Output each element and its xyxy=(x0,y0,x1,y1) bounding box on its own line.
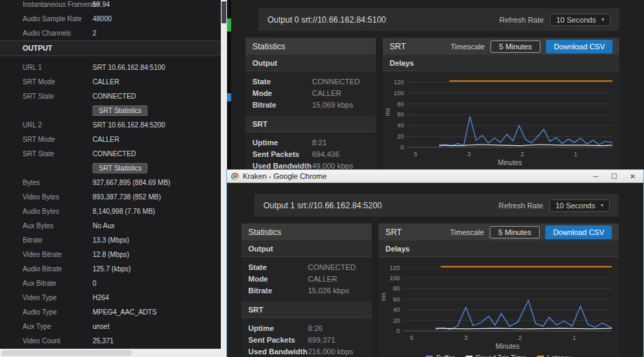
legend-item[interactable]: Latency xyxy=(537,354,571,357)
stat-label: Bytes xyxy=(23,179,93,186)
srt-statistics-button[interactable]: SRT Statistics xyxy=(93,163,147,173)
stat-row: Sent Packets699,371 xyxy=(241,334,372,345)
close-button[interactable]: ✕ xyxy=(628,170,637,183)
svg-text:Minutes: Minutes xyxy=(495,343,519,350)
stat-label: SRT State xyxy=(23,93,93,100)
srt-panel-controls: Timescale 5 Minutes Download CSV xyxy=(450,225,612,239)
stat-row: ModeCALLER xyxy=(241,273,372,284)
timescale-label: Timescale xyxy=(451,42,485,51)
minimize-button[interactable]: ─ xyxy=(591,170,600,183)
srt-panel-header: SRT Timescale 5 Minutes Download CSV xyxy=(383,38,619,55)
stat-value: 699,371 xyxy=(308,336,335,344)
stat-row: Bytes927,667,895 (884.69 MB) xyxy=(0,175,221,190)
stat-row: Instantaneous Framerate59.94 xyxy=(0,0,221,12)
horizontal-scrollbar[interactable] xyxy=(0,349,227,357)
svg-text:120: 120 xyxy=(390,264,400,271)
timescale-button[interactable]: 5 Minutes xyxy=(490,40,541,53)
stat-value: 0 xyxy=(93,280,97,287)
output0-window: Output 0 srt://10.66.162.84:5100 Refresh… xyxy=(231,0,644,169)
pre-output-rows: Instantaneous Framerate59.94Audio Sample… xyxy=(0,0,221,40)
stat-label: Video Bitrate xyxy=(23,251,93,258)
stat-label: Instantaneous Framerate xyxy=(23,1,93,8)
chrome-icon xyxy=(231,173,239,180)
stat-value: 8,140,998 (7.76 MB) xyxy=(93,208,155,215)
stat-value: 2 xyxy=(93,29,97,37)
stat-row: Bitrate15,026 kbps xyxy=(241,284,372,296)
svg-text:60: 60 xyxy=(393,296,400,303)
timescale-button[interactable]: 5 Minutes xyxy=(490,226,540,238)
vertical-scrollbar-thumb[interactable] xyxy=(222,1,226,23)
statistics-panel: Statistics Output StateCONNECTEDModeCALL… xyxy=(241,223,372,357)
stat-row: Aux Bitrate0 xyxy=(0,276,221,291)
chart-legend: BufferRound Trip TimeLatency xyxy=(379,354,619,357)
svg-text:5: 5 xyxy=(414,151,417,158)
horizontal-scrollbar-thumb[interactable] xyxy=(1,350,132,356)
stat-value: unset xyxy=(93,323,109,330)
refresh-rate-label: Refresh Rate xyxy=(499,201,543,210)
stat-label: Audio Sample Rate xyxy=(23,15,93,23)
legend-item[interactable]: Buffer xyxy=(426,354,455,357)
stat-label: Aux Bitrate xyxy=(23,280,93,287)
output1-title: Output 1 srt://10.66.162.84:5200 xyxy=(263,201,382,210)
stat-label: Bitrate xyxy=(252,101,312,109)
stat-row: Uptime8:26 xyxy=(241,322,372,334)
output0-columns: Statistics Output StateCONNECTEDModeCALL… xyxy=(246,38,619,169)
stat-row: Uptime8:21 xyxy=(246,136,376,148)
stat-label: Video Bytes xyxy=(23,193,93,201)
stat-row: StateCONNECTED xyxy=(241,261,372,273)
svg-text:20: 20 xyxy=(397,133,404,140)
svg-text:2: 2 xyxy=(518,334,522,341)
svg-text:60: 60 xyxy=(397,111,404,118)
output1-window: Output 1 srt://10.66.162.84:5200 Refresh… xyxy=(227,183,643,357)
legend-label: Round Trip Time xyxy=(476,354,526,357)
srt-chart-panel: SRT Timescale 5 Minutes Download CSV Del… xyxy=(379,223,619,357)
svg-text:120: 120 xyxy=(394,79,404,86)
srt-group-header: SRT xyxy=(246,116,376,132)
srt-group-rows: Uptime8:26Sent Packets699,371Used Bandwi… xyxy=(241,318,372,357)
download-csv-button[interactable]: Download CSV xyxy=(546,40,612,53)
svg-text:1: 1 xyxy=(573,334,576,341)
stat-value: MPEG4_AAC_ADTS xyxy=(93,308,156,316)
refresh-rate-select[interactable]: 10 Seconds ▾ xyxy=(549,199,610,212)
statistics-panel-title: Statistics xyxy=(241,223,372,241)
stat-row: Video Count25,371 xyxy=(0,334,221,348)
legend-item[interactable]: Round Trip Time xyxy=(466,354,526,357)
stat-value: No Aux xyxy=(93,222,115,230)
srt-panel-header: SRT Timescale 5 Minutes Download CSV xyxy=(379,223,619,241)
kraken-chrome-window: Kraken - Google Chrome ─ ☐ ✕ Output 1 sr… xyxy=(226,169,644,357)
stat-value: 15,069 kbps xyxy=(312,101,353,109)
stat-label: Audio Type xyxy=(23,308,93,316)
stat-value: 927,667,895 (884.69 MB) xyxy=(93,179,170,186)
output-group-header: Output xyxy=(246,55,376,71)
svg-text:Minutes: Minutes xyxy=(498,159,522,167)
output-section-header: OUTPUT xyxy=(0,40,221,56)
stat-row: Video Bitrate12.8 (Mbps) xyxy=(0,247,221,262)
srt-statistics-button[interactable]: SRT Statistics xyxy=(93,106,147,116)
stat-label: Uptime xyxy=(252,138,312,147)
output0-title: Output 0 srt://10.66.162.84:5100 xyxy=(267,15,386,25)
refresh-rate-select[interactable]: 10 Seconds ▾ xyxy=(550,14,610,26)
maximize-button[interactable]: ☐ xyxy=(610,170,619,183)
svg-text:3: 3 xyxy=(464,334,468,341)
output1-header: Output 1 srt://10.66.162.84:5200 Refresh… xyxy=(254,194,619,217)
stat-value: 13.3 (Mbps) xyxy=(93,236,129,244)
srt-panel-title: SRT xyxy=(390,42,406,51)
stream-output-stats-panel: Instantaneous Framerate59.94Audio Sample… xyxy=(0,0,227,357)
statistics-panel: Statistics Output StateCONNECTEDModeCALL… xyxy=(246,38,376,169)
svg-text:2: 2 xyxy=(521,151,524,158)
stat-row: Audio Bitrate125.7 (kbps) xyxy=(0,262,221,276)
refresh-rate-control: Refresh Rate 10 Seconds ▾ xyxy=(499,14,610,26)
output-group-rows: StateCONNECTEDModeCALLERBitrate15,069 kb… xyxy=(246,71,376,113)
stats-list: Instantaneous Framerate59.94Audio Sample… xyxy=(0,0,221,349)
delays-header: Delays xyxy=(383,55,619,71)
download-csv-button[interactable]: Download CSV xyxy=(545,225,612,239)
stat-label: Mode xyxy=(248,275,308,283)
chrome-titlebar[interactable]: Kraken - Google Chrome ─ ☐ ✕ xyxy=(227,170,643,183)
stat-label: Video Type xyxy=(23,294,93,301)
output0-header: Output 0 srt://10.66.162.84:5100 Refresh… xyxy=(259,8,619,31)
svg-text:80: 80 xyxy=(393,285,400,292)
stat-value: CONNECTED xyxy=(312,77,360,86)
stat-row: SRT StateCONNECTED xyxy=(0,89,221,103)
svg-text:ms: ms xyxy=(384,108,391,116)
svg-text:40: 40 xyxy=(393,306,400,313)
